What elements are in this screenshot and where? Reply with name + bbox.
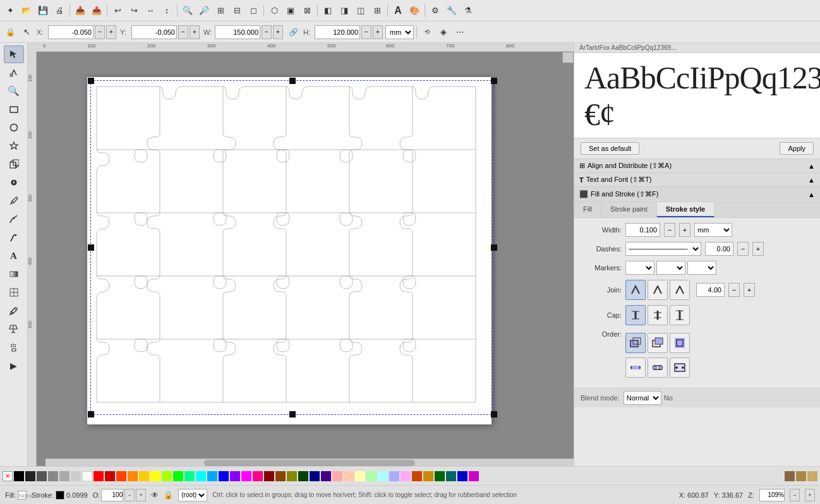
- align-center-button[interactable]: ◫: [353, 3, 368, 18]
- color-orange-red[interactable]: [116, 471, 126, 481]
- text-button[interactable]: A: [390, 3, 406, 18]
- y-increment[interactable]: +: [190, 25, 200, 39]
- pen-btn[interactable]: [4, 210, 24, 228]
- handle-mr[interactable]: [491, 244, 497, 251]
- order-markers-stroke-btn[interactable]: [648, 357, 668, 378]
- color-darkgray[interactable]: [25, 471, 35, 481]
- dashes-increment[interactable]: +: [752, 242, 764, 256]
- opacity-increment[interactable]: +: [136, 489, 146, 501]
- handle-br[interactable]: [491, 411, 497, 417]
- color-yellow[interactable]: [150, 471, 160, 481]
- align-distribute-header[interactable]: ⊞ Align and Distribute (⇧⌘A) ▲: [574, 159, 820, 173]
- color-pale-cyan[interactable]: [378, 471, 388, 481]
- redo-button[interactable]: ↪: [126, 3, 142, 18]
- more-icon[interactable]: ⋯: [452, 25, 467, 40]
- fill-color-swatch[interactable]: None: [18, 491, 27, 500]
- x-decrement[interactable]: −: [95, 25, 105, 39]
- color-pale-blue[interactable]: [389, 471, 399, 481]
- color-black[interactable]: [14, 471, 24, 481]
- color-white[interactable]: [82, 471, 92, 481]
- dashes-value-input[interactable]: [705, 242, 733, 256]
- horizontal-scrollbar[interactable]: [45, 459, 574, 466]
- y-decrement[interactable]: −: [178, 25, 188, 39]
- color-nearwhite[interactable]: [71, 471, 81, 481]
- ungroup-button[interactable]: ⊠: [299, 3, 315, 18]
- zoom-btn[interactable]: 🔍: [4, 82, 24, 100]
- color-cyan[interactable]: [196, 471, 206, 481]
- color-yellow-orange[interactable]: [139, 471, 149, 481]
- order-fill-paint2-btn[interactable]: [670, 333, 690, 353]
- text-font-header[interactable]: T Text and Font (⇧⌘T) ▲: [574, 173, 820, 187]
- h-input[interactable]: [315, 25, 360, 39]
- zoom-in-status[interactable]: +: [805, 489, 815, 501]
- lock-pos-icon[interactable]: 🔒: [3, 25, 18, 40]
- w-input[interactable]: [215, 25, 260, 39]
- no-color-swatch[interactable]: ✕: [3, 471, 13, 481]
- color-forest[interactable]: [435, 471, 445, 481]
- star-btn[interactable]: [4, 137, 24, 155]
- context-select[interactable]: (root): [178, 489, 207, 501]
- unit-select[interactable]: mm px cm in: [385, 25, 414, 39]
- tab-fill[interactable]: Fill: [574, 202, 601, 217]
- cap-butt-btn[interactable]: [625, 305, 646, 325]
- spray-btn[interactable]: [4, 339, 24, 356]
- color-olive[interactable]: [287, 471, 297, 481]
- align-distribute-button[interactable]: ⊞: [370, 3, 385, 18]
- color-navy[interactable]: [310, 471, 320, 481]
- join-round-btn[interactable]: [648, 280, 668, 300]
- blend-select[interactable]: Normal Multiply Screen Overlay Darken Li…: [624, 391, 661, 405]
- select-tool-btn[interactable]: [4, 45, 24, 63]
- opacity-decrement[interactable]: −: [124, 489, 135, 501]
- join-bevel-btn[interactable]: [670, 280, 690, 300]
- color-salmon[interactable]: [332, 471, 342, 481]
- order-all-btn[interactable]: [670, 357, 690, 378]
- color-teal-green[interactable]: [184, 471, 195, 481]
- color-pale-pink[interactable]: [401, 471, 411, 481]
- color-teal[interactable]: [446, 471, 456, 481]
- select-tool[interactable]: ↖: [19, 25, 34, 40]
- color-brown[interactable]: [275, 471, 286, 481]
- connector-btn[interactable]: ▶: [4, 357, 24, 375]
- join-decrement[interactable]: −: [728, 283, 740, 297]
- join-limit-input[interactable]: [696, 283, 725, 297]
- color-orange[interactable]: [128, 471, 138, 481]
- align-right-button[interactable]: ◨: [337, 3, 352, 18]
- drawing-canvas[interactable]: [87, 77, 491, 424]
- order-fill-paint-btn[interactable]: [648, 333, 668, 353]
- undo-button[interactable]: ↩: [110, 3, 125, 18]
- x-input[interactable]: [48, 25, 93, 39]
- scrollbar-thumb[interactable]: [204, 460, 415, 466]
- color-pink[interactable]: [253, 471, 263, 481]
- lock-aspect-icon[interactable]: 🔗: [286, 25, 301, 40]
- eye-icon[interactable]: 👁: [151, 491, 159, 500]
- h-decrement[interactable]: −: [361, 25, 371, 39]
- color-purple[interactable]: [230, 471, 240, 481]
- color-brick[interactable]: [412, 471, 422, 481]
- pencil-btn[interactable]: [4, 192, 24, 210]
- circle-btn[interactable]: [4, 119, 24, 136]
- canvas-content[interactable]: [37, 52, 574, 466]
- gradient-btn[interactable]: [4, 265, 24, 283]
- handle-tr[interactable]: [491, 78, 497, 84]
- color-red[interactable]: [93, 471, 104, 481]
- order-paint-fill-btn[interactable]: [625, 333, 646, 353]
- paint-bucket-btn[interactable]: [4, 320, 24, 338]
- filters-button[interactable]: ⚗: [461, 3, 476, 18]
- color-verylightgray[interactable]: [59, 471, 69, 481]
- width-increment[interactable]: +: [679, 223, 690, 237]
- color-gold[interactable]: [423, 471, 433, 481]
- mesh-gradient-btn[interactable]: [4, 284, 24, 301]
- cap-round-btn[interactable]: [648, 305, 668, 325]
- flip-h-button[interactable]: ↔: [143, 3, 158, 18]
- color-magenta[interactable]: [241, 471, 251, 481]
- zoom-out-button[interactable]: 🔎: [196, 3, 212, 18]
- marker-end-select[interactable]: [687, 261, 716, 275]
- zoom-out-status[interactable]: −: [790, 489, 800, 501]
- import-button[interactable]: 📥: [73, 3, 88, 18]
- set-default-button[interactable]: Set as default: [581, 142, 639, 155]
- marker-start-select[interactable]: [625, 261, 654, 275]
- color-extra1[interactable]: [785, 471, 795, 481]
- w-decrement[interactable]: −: [262, 25, 272, 39]
- w-increment[interactable]: +: [273, 25, 283, 39]
- new-button[interactable]: ✦: [3, 3, 18, 18]
